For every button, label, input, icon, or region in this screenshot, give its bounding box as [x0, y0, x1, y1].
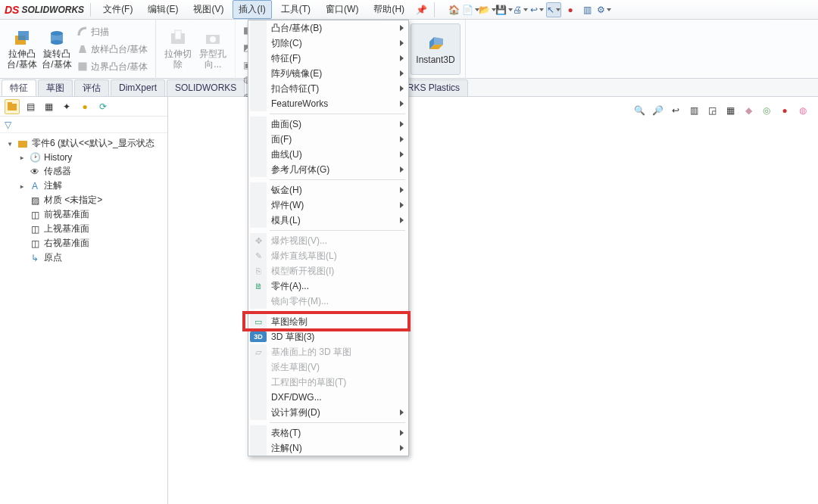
menu-window[interactable]: 窗口(W)	[320, 0, 364, 19]
app-name: SOLIDWORKS	[21, 5, 84, 15]
menu-item[interactable]: 3D3D 草图(3)	[248, 329, 408, 344]
boundary-button[interactable]: 边界凸台/基体	[74, 60, 151, 74]
tree-annotations[interactable]: ▸A注解	[3, 179, 164, 193]
tree-root[interactable]: ▾零件6 (默认<<默认>_显示状态	[3, 136, 164, 151]
menu-file[interactable]: 文件(F)	[97, 0, 139, 19]
menu-item[interactable]: 焊件(W)	[248, 198, 408, 213]
zoom-fit-icon[interactable]: 🔍	[632, 103, 647, 118]
prev-view-icon[interactable]: ↩	[668, 103, 683, 118]
display-style-icon[interactable]: ▦	[723, 103, 738, 118]
tree-origin[interactable]: ↳原点	[3, 250, 164, 265]
undo-icon[interactable]: ↩	[529, 2, 545, 17]
menu-item-icon	[250, 182, 267, 198]
tree-top-plane[interactable]: ◫上视基准面	[3, 222, 164, 236]
menu-tools[interactable]: 工具(T)	[275, 0, 317, 19]
hide-show-icon[interactable]: ◆	[741, 103, 756, 118]
menu-item[interactable]: 切除(C)	[248, 36, 408, 51]
boss-small-buttons: 扫描 放样凸台/基体 边界凸台/基体	[74, 25, 151, 74]
print-icon[interactable]: 🖨	[513, 2, 528, 17]
dim-tab-icon[interactable]: ✦	[59, 99, 74, 114]
tree-front-plane[interactable]: ◫前视基准面	[3, 207, 164, 222]
svg-rect-15	[8, 104, 17, 110]
quick-toolbar: 🏠 📄 📂 💾 🖨 ↩ ↖ ● ▥ ⚙	[446, 2, 611, 17]
menu-item-label: 镜向零件(M)...	[271, 295, 404, 308]
open-icon[interactable]: 📂	[479, 2, 495, 17]
home-icon[interactable]: 🏠	[446, 2, 461, 17]
menu-help[interactable]: 帮助(H)	[367, 0, 411, 19]
menu-item[interactable]: 特征(F)	[248, 51, 408, 66]
tab-features[interactable]: 特征	[2, 79, 36, 96]
menu-item[interactable]: DXF/DWG...	[248, 390, 408, 405]
menu-item-label: 模具(L)	[271, 214, 392, 227]
instant3d-button[interactable]: Instant3D	[411, 23, 460, 75]
tree-filter-bar[interactable]: ▽	[0, 117, 167, 133]
tree-right-plane[interactable]: ◫右视基准面	[3, 236, 164, 250]
menu-item[interactable]: 🗎零件(A)...	[248, 278, 408, 294]
menu-item-icon: ✥	[250, 233, 267, 248]
tab-dimxpert[interactable]: DimXpert	[111, 79, 165, 96]
menu-separator	[270, 422, 405, 423]
ribbon-group-features: 拉伸凸台/基体 旋转凸台/基体 扫描 放样凸台/基体 边界凸台/基体	[0, 20, 156, 79]
tab-evaluate[interactable]: 评估	[74, 79, 109, 96]
menu-item[interactable]: 阵列/镜像(E)	[248, 66, 408, 81]
render-icon[interactable]: ◍	[795, 103, 810, 118]
svg-rect-8	[175, 30, 181, 39]
menu-item[interactable]: 表格(T)	[248, 425, 408, 440]
menu-item[interactable]: 模具(L)	[248, 213, 408, 228]
sweep-button[interactable]: 扫描	[74, 25, 151, 39]
save-icon[interactable]: 💾	[496, 2, 511, 17]
separator	[90, 3, 91, 17]
menu-item[interactable]: 凸台/基体(B)	[248, 20, 408, 36]
menu-insert[interactable]: 插入(I)	[233, 0, 271, 19]
feature-tree-tab-icon[interactable]	[5, 99, 20, 114]
extruded-cut-button[interactable]: 拉伸切除	[161, 23, 195, 75]
tree-history[interactable]: ▸🕑History	[3, 151, 164, 164]
menu-item-label: 零件(A)...	[271, 280, 404, 293]
section-view-icon[interactable]: ▥	[686, 103, 701, 118]
menu-item[interactable]: ▭草图绘制	[248, 314, 408, 329]
settings-icon[interactable]: ⚙	[596, 2, 611, 17]
scene-icon[interactable]: ◎	[759, 103, 774, 118]
zoom-area-icon[interactable]: 🔎	[650, 103, 665, 118]
menu-item[interactable]: 面(F)	[248, 132, 408, 147]
menu-item[interactable]: 参考几何体(G)	[248, 162, 408, 177]
rebuild-icon[interactable]: ●	[563, 2, 578, 17]
tree-sensors[interactable]: 👁传感器	[3, 164, 164, 179]
menu-item-label: 草图绘制	[271, 316, 404, 328]
view-orient-icon[interactable]: ◲	[704, 103, 720, 118]
menu-item[interactable]: 扣合特征(T)	[248, 81, 408, 96]
tree-material[interactable]: ▨材质 <未指定>	[3, 193, 164, 207]
options-icon[interactable]: ▥	[579, 2, 595, 17]
menu-item[interactable]: 注解(N)	[248, 440, 408, 456]
revolve-boss-button[interactable]: 旋转凸台/基体	[39, 23, 74, 75]
menu-item-icon: ✎	[250, 248, 267, 263]
select-icon[interactable]: ↖	[546, 2, 561, 17]
pin-icon[interactable]: 📌	[414, 2, 429, 17]
instant3d-icon	[425, 34, 446, 52]
menu-item-icon	[250, 132, 267, 147]
menu-item-icon	[250, 66, 267, 81]
menu-item[interactable]: 设计算例(D)	[248, 405, 408, 420]
menu-item: 派生草图(V)	[248, 359, 408, 375]
menu-item-label: 焊件(W)	[271, 199, 392, 212]
menu-item[interactable]: 钣金(H)	[248, 182, 408, 198]
menu-item-label: 扣合特征(T)	[271, 82, 392, 95]
config-tab-icon[interactable]: ▦	[41, 99, 56, 114]
reload-tab-icon[interactable]: ⟳	[95, 99, 111, 114]
menu-edit[interactable]: 编辑(E)	[142, 0, 184, 19]
appearance-icon[interactable]: ●	[777, 103, 792, 118]
new-icon[interactable]: 📄	[463, 2, 478, 17]
hole-wizard-button[interactable]: 异型孔向...	[195, 23, 230, 75]
loft-button[interactable]: 放样凸台/基体	[74, 42, 151, 57]
appearance-tab-icon[interactable]: ●	[77, 99, 92, 114]
tab-solidworks-addins[interactable]: SOLIDWORKS	[167, 79, 245, 96]
menu-item: 镜向零件(M)...	[248, 294, 408, 309]
menu-view[interactable]: 视图(V)	[187, 0, 229, 19]
extrude-boss-button[interactable]: 拉伸凸台/基体	[5, 23, 39, 75]
ribbon: 拉伸凸台/基体 旋转凸台/基体 扫描 放样凸台/基体 边界凸台/基体 拉伸切除 …	[0, 20, 818, 79]
property-tab-icon[interactable]: ▤	[23, 99, 38, 114]
menu-item[interactable]: 曲面(S)	[248, 117, 408, 132]
menu-item[interactable]: FeatureWorks	[248, 96, 408, 111]
tab-sketch[interactable]: 草图	[38, 79, 73, 96]
menu-item[interactable]: 曲线(U)	[248, 147, 408, 162]
